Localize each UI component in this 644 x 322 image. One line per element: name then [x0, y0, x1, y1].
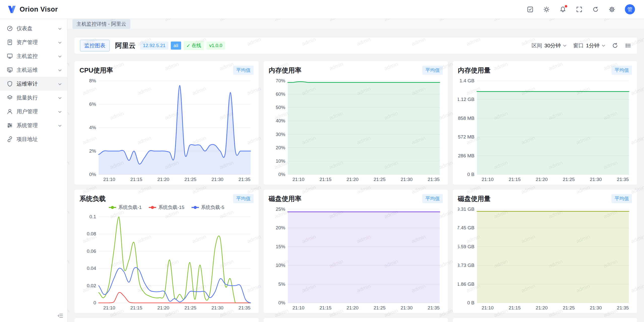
disk-usage-amount-chart[interactable]: 0 B1.86 GB3.73 GB5.59 GB7.45 GB9.31 GB21…	[458, 205, 632, 311]
sidebar: 仪表盘 资产管理 主机监控 主机运维 运维审计	[0, 19, 67, 322]
chart-legend: 系统负载-1系统负载-15系统负载-5	[79, 204, 254, 211]
user-avatar[interactable]: 管	[625, 4, 635, 14]
sidebar-item-ops-audit[interactable]: 运维审计	[0, 77, 67, 91]
svg-text:21:15: 21:15	[319, 305, 332, 310]
svg-text:21:15: 21:15	[509, 177, 521, 182]
notification-bell-icon[interactable]	[559, 6, 566, 13]
average-badge[interactable]: 平均值	[422, 194, 443, 203]
svg-text:21:25: 21:25	[184, 177, 196, 182]
svg-text:2%: 2%	[89, 148, 96, 154]
sidebar-item-host-ops[interactable]: 主机运维	[0, 63, 67, 77]
chart-card-disk-usage-rate: 磁盘使用率 平均值 0%5%10%15%20%25%21:1021:1521:2…	[264, 190, 448, 313]
svg-text:21:35: 21:35	[428, 305, 440, 310]
svg-text:0 B: 0 B	[467, 300, 474, 305]
sidebar-item-host-monitoring[interactable]: 主机监控	[0, 49, 67, 63]
average-badge[interactable]: 平均值	[233, 66, 254, 75]
notification-badge-dot	[565, 5, 567, 8]
chart-grid: CPU使用率 平均值 0%2%4%6%8%21:1021:1521:2021:2…	[74, 61, 637, 322]
chart-title: 磁盘使用率	[269, 194, 301, 203]
cpu-usage-chart[interactable]: 0%2%4%6%8%21:1021:1521:2021:2521:3021:35	[79, 76, 254, 183]
fullscreen-icon[interactable]	[576, 6, 583, 13]
svg-text:0.04: 0.04	[87, 266, 96, 271]
chart-card-partial	[74, 318, 259, 322]
svg-text:5.59 GB: 5.59 GB	[458, 244, 474, 249]
sidebar-item-label: 系统管理	[17, 122, 38, 129]
average-badge[interactable]: 平均值	[612, 194, 632, 203]
chart-card-disk-usage-amount: 磁盘使用量 平均值 0 B1.86 GB3.73 GB5.59 GB7.45 G…	[453, 190, 637, 313]
chart-card-cpu-usage: CPU使用率 平均值 0%2%4%6%8%21:1021:1521:2021:2…	[74, 61, 259, 185]
average-badge[interactable]: 平均值	[612, 66, 632, 75]
chevron-down-icon	[58, 82, 62, 86]
svg-text:21:20: 21:20	[157, 177, 170, 182]
chevron-down-icon	[58, 68, 62, 72]
host-status-tag: ✓ 在线	[184, 41, 204, 50]
svg-text:0: 0	[93, 300, 96, 305]
svg-text:0.08: 0.08	[87, 231, 96, 236]
chart-card-memory-usage-amount: 内存使用量 平均值 0 B286 MB572 MB858 MB1.12 GB1.…	[453, 61, 637, 185]
theme-sun-icon[interactable]	[543, 6, 550, 13]
disk-usage-rate-chart[interactable]: 0%5%10%15%20%25%21:1021:1521:2021:2521:3…	[269, 205, 443, 311]
check-square-icon[interactable]	[527, 6, 534, 13]
sidebar-item-system-management[interactable]: 系统管理	[0, 118, 67, 132]
system-load-chart[interactable]: 00.020.040.060.080.121:1021:1521:2021:25…	[79, 212, 254, 311]
svg-text:21:25: 21:25	[563, 305, 575, 310]
svg-text:21:35: 21:35	[238, 305, 251, 310]
app-logo[interactable]: Orion Visor	[7, 5, 58, 14]
host-ops-icon	[7, 67, 13, 73]
sidebar-item-assets[interactable]: 资产管理	[0, 35, 67, 49]
chart-list-icon[interactable]	[625, 42, 631, 49]
average-badge[interactable]: 平均值	[422, 66, 443, 75]
host-name: 阿里云	[115, 41, 136, 50]
sidebar-item-label: 项目地址	[17, 136, 38, 143]
sidebar-item-dashboard[interactable]: 仪表盘	[0, 21, 67, 35]
svg-text:10%: 10%	[276, 158, 285, 164]
svg-text:30%: 30%	[276, 132, 285, 137]
host-version-tag: v1.0.0	[207, 42, 225, 50]
refresh-icon[interactable]	[592, 6, 599, 13]
memory-usage-rate-chart[interactable]: 0%10%20%30%40%50%60%70%21:1021:1521:2021…	[269, 76, 443, 183]
svg-text:21:10: 21:10	[293, 305, 305, 310]
svg-text:60%: 60%	[276, 91, 285, 97]
shield-audit-icon	[7, 81, 13, 87]
window-select[interactable]: 窗口 1分钟	[573, 42, 605, 49]
legend-item[interactable]: 系统负载-1	[109, 204, 142, 211]
chevron-down-icon	[58, 95, 62, 100]
average-badge[interactable]: 平均值	[233, 194, 254, 203]
sidebar-item-project-url[interactable]: 项目地址	[0, 132, 67, 146]
tab-host-monitor-detail[interactable]: 主机监控详情 - 阿里云	[72, 19, 130, 29]
sidebar-item-label: 资产管理	[17, 39, 38, 46]
svg-text:50%: 50%	[276, 105, 285, 110]
svg-text:21:20: 21:20	[536, 177, 548, 182]
svg-text:21:25: 21:25	[184, 305, 196, 310]
sidebar-item-label: 主机运维	[17, 66, 38, 74]
host-code-tag: ali	[171, 42, 181, 50]
svg-text:21:30: 21:30	[212, 305, 224, 310]
monitor-chart-button[interactable]: 监控图表	[80, 40, 110, 51]
sidebar-collapse-icon[interactable]	[57, 312, 64, 319]
svg-text:0.06: 0.06	[87, 248, 96, 254]
memory-usage-amount-chart[interactable]: 0 B286 MB572 MB858 MB1.12 GB1.4 GB21:102…	[458, 76, 632, 183]
svg-text:21:30: 21:30	[401, 177, 413, 182]
sidebar-item-user-management[interactable]: 用户管理	[0, 104, 67, 118]
svg-text:858 MB: 858 MB	[458, 116, 474, 121]
svg-text:6%: 6%	[89, 101, 96, 107]
host-toolbar: 监控图表 阿里云 12.92.5.21 ali ✓ 在线 v1.0.0 区间 3…	[74, 38, 637, 54]
host-ip-tag: 12.92.5.21	[140, 42, 168, 50]
sidebar-item-batch-exec[interactable]: 批量执行	[0, 91, 67, 104]
svg-text:21:35: 21:35	[238, 177, 251, 182]
logo-v-icon	[7, 5, 17, 14]
svg-text:21:30: 21:30	[401, 305, 413, 310]
legend-item[interactable]: 系统负载-5	[191, 204, 224, 211]
svg-text:21:10: 21:10	[103, 305, 115, 310]
svg-text:21:20: 21:20	[347, 177, 359, 182]
legend-item[interactable]: 系统负载-15	[149, 204, 184, 211]
chevron-down-icon	[58, 26, 62, 31]
interval-select[interactable]: 区间 30分钟	[532, 42, 567, 49]
chart-refresh-icon[interactable]	[612, 42, 618, 49]
svg-text:10%: 10%	[276, 263, 285, 268]
chart-title: 内存使用率	[269, 66, 301, 75]
sidebar-item-label: 用户管理	[17, 108, 38, 115]
svg-text:1.86 GB: 1.86 GB	[458, 281, 474, 287]
settings-gear-icon[interactable]	[609, 6, 615, 13]
svg-text:15%: 15%	[276, 244, 285, 249]
